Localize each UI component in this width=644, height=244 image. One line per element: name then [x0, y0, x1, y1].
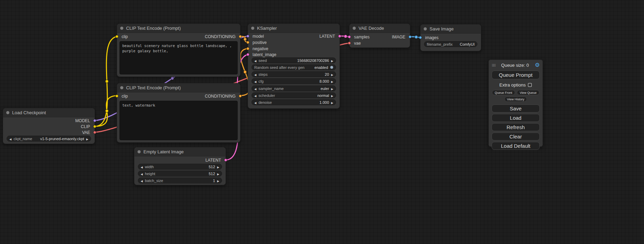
next-arrow-icon[interactable]: [331, 93, 333, 98]
widget-ckpt-name[interactable]: ckpt_name v1-5-pruned-emaonly.ckpt: [7, 136, 91, 142]
widget-denoise[interactable]: denoise 1.000: [252, 99, 336, 105]
node-ksampler[interactable]: KSampler model positive negative latent_…: [248, 24, 340, 109]
port-dot-vae[interactable]: [348, 42, 351, 45]
prev-arrow-icon[interactable]: [141, 179, 143, 183]
output-slot-conditioning[interactable]: CONDITIONING: [205, 94, 240, 99]
widget-batch-size[interactable]: batch_size 1: [138, 178, 222, 183]
toggle-dot-icon[interactable]: [330, 66, 333, 69]
widget-filename-prefix[interactable]: filename_prefix ComfyUI: [424, 41, 477, 47]
port-dot-clip[interactable]: [115, 94, 118, 98]
port-dot-samples[interactable]: [348, 35, 351, 38]
refresh-button[interactable]: Refresh: [492, 123, 540, 131]
collapse-dot-icon[interactable]: [353, 27, 356, 30]
node-title-bar[interactable]: CLIP Text Encode (Prompt): [117, 83, 240, 92]
collapse-dot-icon[interactable]: [424, 27, 427, 30]
collapse-dot-icon[interactable]: [120, 86, 123, 89]
port-dot-vae[interactable]: [93, 131, 96, 134]
collapse-dot-icon[interactable]: [138, 150, 141, 153]
collapse-dot-icon[interactable]: [120, 27, 123, 30]
next-arrow-icon[interactable]: [217, 179, 219, 183]
output-slot-vae[interactable]: VAE: [82, 130, 95, 135]
widget-width[interactable]: width 512: [138, 164, 222, 170]
port-dot-latent[interactable]: [338, 35, 341, 38]
prev-arrow-icon[interactable]: [141, 165, 143, 169]
prev-arrow-icon[interactable]: [254, 72, 256, 76]
node-title-bar[interactable]: CLIP Text Encode (Prompt): [117, 24, 240, 33]
node-clip-text-encode-negative[interactable]: CLIP Text Encode (Prompt) clip CONDITION…: [117, 83, 240, 143]
input-slot-latent-image[interactable]: latent_image: [248, 52, 276, 57]
port-dot-model[interactable]: [246, 35, 249, 38]
prev-arrow-icon[interactable]: [254, 93, 256, 98]
settings-gear-icon[interactable]: [535, 62, 540, 68]
widget-sampler-name[interactable]: sampler_name euler: [252, 85, 336, 91]
prev-arrow-icon[interactable]: [141, 172, 143, 176]
prompt-textarea[interactable]: text, watermark: [120, 101, 238, 140]
next-arrow-icon[interactable]: [331, 72, 333, 76]
port-dot-conditioning[interactable]: [239, 35, 242, 38]
next-arrow-icon[interactable]: [217, 165, 219, 169]
prev-arrow-icon[interactable]: [9, 137, 11, 141]
drag-handle-icon[interactable]: [492, 63, 495, 68]
load-button[interactable]: Load: [492, 114, 540, 122]
output-slot-conditioning[interactable]: CONDITIONING: [205, 34, 240, 39]
clear-button[interactable]: Clear: [492, 133, 540, 141]
output-slot-image[interactable]: IMAGE: [392, 35, 410, 39]
input-slot-clip[interactable]: clip: [117, 34, 128, 39]
input-slot-images[interactable]: images: [421, 35, 439, 40]
node-empty-latent-image[interactable]: Empty Latent Image LATENT width 512 heig…: [134, 147, 226, 185]
widget-seed-control[interactable]: Random seed after every gen enabled: [252, 64, 336, 70]
queue-prompt-button[interactable]: Queue Prompt: [492, 71, 540, 79]
next-arrow-icon[interactable]: [331, 87, 333, 91]
node-title-bar[interactable]: Load Checkpoint: [3, 108, 95, 117]
input-slot-model[interactable]: model: [248, 34, 264, 39]
node-load-checkpoint[interactable]: Load Checkpoint MODEL CLIP VAE ckpt_name…: [3, 108, 95, 144]
view-history-button[interactable]: View History: [504, 97, 527, 102]
view-queue-button[interactable]: View Queue: [517, 90, 539, 95]
output-slot-latent[interactable]: LATENT: [205, 158, 226, 163]
collapse-dot-icon[interactable]: [251, 27, 254, 30]
node-save-image[interactable]: Save Image images filename_prefix ComfyU…: [420, 24, 481, 51]
output-slot-model[interactable]: MODEL: [75, 118, 95, 123]
next-arrow-icon[interactable]: [331, 79, 333, 83]
node-vae-decode[interactable]: VAE Decode samples vae IMAGE: [349, 24, 410, 48]
load-default-button[interactable]: Load Default: [492, 142, 540, 150]
widget-steps[interactable]: steps 20: [252, 71, 336, 77]
extra-options-checkbox[interactable]: [528, 83, 532, 87]
node-title-bar[interactable]: Save Image: [421, 25, 481, 34]
widget-seed[interactable]: seed 156680208700286: [252, 57, 336, 63]
node-title-bar[interactable]: KSampler: [248, 24, 339, 33]
port-dot-images[interactable]: [419, 36, 422, 39]
next-arrow-icon[interactable]: [217, 172, 219, 176]
input-slot-clip[interactable]: clip: [117, 94, 128, 99]
queue-front-button[interactable]: Queue Front: [492, 90, 515, 95]
prev-arrow-icon[interactable]: [254, 79, 256, 83]
port-dot-negative[interactable]: [246, 47, 249, 50]
node-title-bar[interactable]: Empty Latent Image: [134, 147, 226, 156]
next-arrow-icon[interactable]: [331, 58, 333, 63]
port-dot-latent[interactable]: [224, 159, 227, 162]
input-slot-samples[interactable]: samples: [350, 35, 370, 39]
port-dot-clip[interactable]: [115, 35, 118, 38]
output-slot-latent[interactable]: LATENT: [319, 34, 339, 39]
input-slot-vae[interactable]: vae: [350, 41, 361, 46]
prompt-textarea[interactable]: beautiful scenery nature glass bottle la…: [120, 41, 238, 74]
widget-height[interactable]: height 512: [138, 171, 222, 177]
port-dot-latent-image[interactable]: [246, 53, 249, 56]
node-graph-canvas[interactable]: Load Checkpoint MODEL CLIP VAE ckpt_name…: [0, 0, 644, 244]
port-dot-conditioning[interactable]: [239, 94, 242, 98]
port-dot-clip[interactable]: [93, 125, 96, 128]
next-arrow-icon[interactable]: [331, 100, 333, 105]
input-slot-positive[interactable]: positive: [248, 40, 267, 45]
collapse-dot-icon[interactable]: [6, 111, 9, 114]
port-dot-image[interactable]: [408, 35, 412, 38]
input-slot-negative[interactable]: negative: [248, 46, 268, 51]
node-title-bar[interactable]: VAE Decode: [350, 24, 410, 33]
prev-arrow-icon[interactable]: [254, 58, 256, 63]
prev-arrow-icon[interactable]: [254, 87, 256, 91]
next-arrow-icon[interactable]: [86, 137, 88, 141]
widget-scheduler[interactable]: scheduler normal: [252, 92, 336, 98]
port-dot-positive[interactable]: [246, 41, 249, 44]
output-slot-clip[interactable]: CLIP: [81, 124, 95, 129]
widget-cfg[interactable]: cfg 8.000: [252, 78, 336, 84]
port-dot-model[interactable]: [93, 119, 96, 122]
